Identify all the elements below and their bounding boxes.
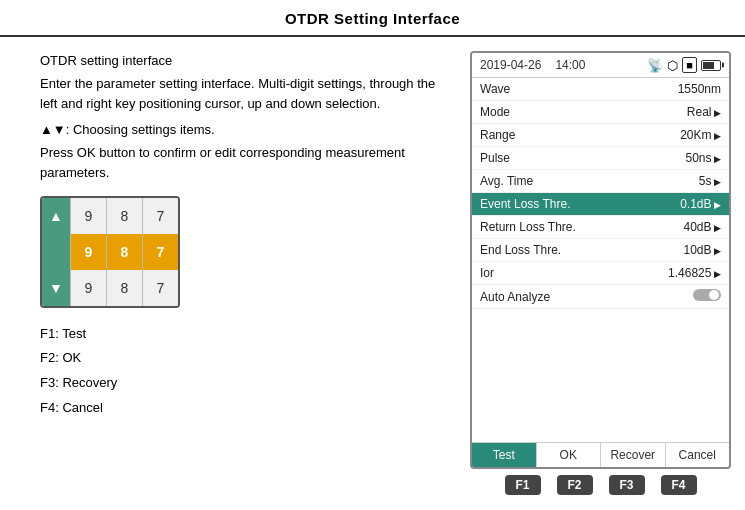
numpad-cells-top: 9 8 7 (70, 198, 178, 234)
numpad-row-bottom: ▼ 9 8 7 (42, 270, 178, 306)
keys-info: ▲▼: Choosing settings items. (40, 122, 450, 137)
intro-text: Enter the parameter setting interface. M… (40, 74, 450, 114)
setting-value: Real (687, 105, 721, 119)
setting-ior[interactable]: Ior 1.46825 (472, 262, 729, 285)
setting-label: End Loss Thre. (480, 243, 561, 257)
setting-value: 10dB (683, 243, 721, 257)
settings-list: Wave 1550nm Mode Real Range 20Km Pulse 5… (472, 78, 729, 442)
fkey-f4[interactable]: F4 (661, 475, 697, 495)
down-arrow-icon[interactable]: ▼ (42, 270, 70, 306)
battery-icon (701, 60, 721, 71)
numpad-cell: 8 (106, 198, 142, 234)
numpad-row-top: ▲ 9 8 7 (42, 198, 178, 234)
intro-title: OTDR setting interface (40, 53, 450, 68)
numpad-cell: 7 (142, 198, 178, 234)
fn-key-f1: F1: Test (40, 322, 450, 347)
device-fn-bar: Test OK Recover Cancel (472, 442, 729, 467)
setting-return-loss[interactable]: Return Loss Thre. 40dB (472, 216, 729, 239)
fn-cancel-button[interactable]: Cancel (666, 443, 730, 467)
numpad: ▲ 9 8 7 9 8 7 ▼ 9 (40, 196, 180, 308)
left-panel: OTDR setting interface Enter the paramet… (0, 37, 470, 505)
usb-icon: ⬡ (667, 58, 678, 73)
setting-label: Ior (480, 266, 494, 280)
right-panel: 2019-04-26 14:00 📡 ⬡ ■ Wave 1550nm (470, 37, 745, 505)
fkey-f2[interactable]: F2 (557, 475, 593, 495)
date-display: 2019-04-26 (480, 58, 541, 72)
fkey-f3[interactable]: F3 (609, 475, 645, 495)
setting-label: Event Loss Thre. (480, 197, 571, 211)
device-screen: 2019-04-26 14:00 📡 ⬡ ■ Wave 1550nm (470, 51, 731, 469)
setting-value: 1550nm (678, 82, 721, 96)
setting-avg-time[interactable]: Avg. Time 5s (472, 170, 729, 193)
fkey-f1[interactable]: F1 (505, 475, 541, 495)
numpad-cell: 9 (70, 234, 106, 270)
numpad-cells-active: 9 8 7 (70, 234, 178, 270)
signal-icon: 📡 (647, 58, 663, 73)
setting-value: 5s (699, 174, 721, 188)
setting-label: Avg. Time (480, 174, 533, 188)
wifi-icon: ■ (682, 57, 697, 73)
numpad-cell: 7 (142, 234, 178, 270)
ok-info: Press OK button to confirm or edit corre… (40, 143, 450, 183)
numpad-row-active: 9 8 7 (42, 234, 178, 270)
fn-ok-button[interactable]: OK (537, 443, 602, 467)
setting-label: Auto Analyze (480, 290, 550, 304)
setting-label: Pulse (480, 151, 510, 165)
setting-value: 0.1dB (680, 197, 721, 211)
numpad-cell: 9 (70, 270, 106, 306)
setting-label: Mode (480, 105, 510, 119)
toggle-switch[interactable] (693, 289, 721, 301)
date-time: 2019-04-26 14:00 (480, 58, 585, 72)
setting-wave: Wave 1550nm (472, 78, 729, 101)
fn-key-f4: F4: Cancel (40, 396, 450, 421)
setting-range[interactable]: Range 20Km (472, 124, 729, 147)
device-topbar: 2019-04-26 14:00 📡 ⬡ ■ (472, 53, 729, 78)
fn-test-button[interactable]: Test (472, 443, 537, 467)
setting-value: 1.46825 (668, 266, 721, 280)
up-arrow-icon[interactable]: ▲ (42, 198, 70, 234)
fn-key-f2: F2: OK (40, 346, 450, 371)
setting-event-loss[interactable]: Event Loss Thre. 0.1dB (472, 193, 729, 216)
numpad-cell: 8 (106, 270, 142, 306)
time-display: 14:00 (555, 58, 585, 72)
setting-auto-analyze[interactable]: Auto Analyze (472, 285, 729, 309)
page-title: OTDR Setting Interface (0, 0, 745, 37)
numpad-cell: 8 (106, 234, 142, 270)
setting-toggle[interactable] (693, 289, 721, 304)
numpad-active-indicator (42, 234, 70, 270)
setting-label: Range (480, 128, 515, 142)
numpad-cell: 9 (70, 198, 106, 234)
fn-key-list: F1: Test F2: OK F3: Recovery F4: Cancel (40, 322, 450, 421)
setting-pulse[interactable]: Pulse 50ns (472, 147, 729, 170)
setting-value: 20Km (680, 128, 721, 142)
fn-recover-button[interactable]: Recover (601, 443, 666, 467)
setting-label: Return Loss Thre. (480, 220, 576, 234)
setting-value: 50ns (685, 151, 721, 165)
numpad-cell: 7 (142, 270, 178, 306)
setting-value: 40dB (683, 220, 721, 234)
setting-mode[interactable]: Mode Real (472, 101, 729, 124)
setting-label: Wave (480, 82, 510, 96)
status-icons: 📡 ⬡ ■ (647, 57, 721, 73)
setting-end-loss[interactable]: End Loss Thre. 10dB (472, 239, 729, 262)
fn-key-f3: F3: Recovery (40, 371, 450, 396)
numpad-cells-bottom: 9 8 7 (70, 270, 178, 306)
title-text: OTDR Setting Interface (285, 10, 460, 27)
fkey-bar: F1 F2 F3 F4 (470, 475, 731, 495)
